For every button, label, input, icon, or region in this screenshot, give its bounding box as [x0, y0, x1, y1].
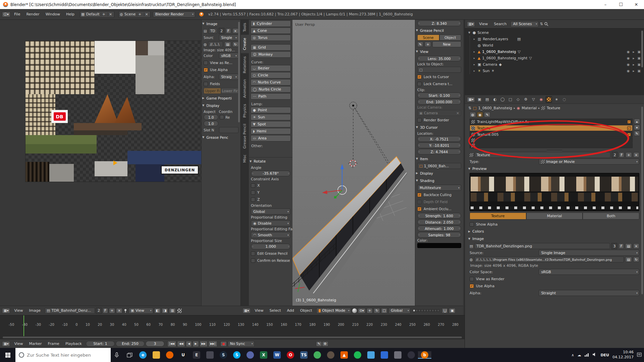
orientation-dropdown[interactable]: Global▾ [251, 208, 290, 215]
render-border-checkbox[interactable] [417, 118, 422, 122]
fields-checkbox[interactable] [204, 82, 208, 86]
menu-item[interactable]: File [11, 12, 23, 16]
expand-icon[interactable]: ▸ [473, 57, 476, 60]
depth-of-field-checkbox[interactable] [417, 200, 422, 204]
z-location-field[interactable]: ‹Z:8.340› [417, 20, 461, 26]
maximize-button[interactable]: ☐ [613, 0, 629, 9]
ao-attenuation-field[interactable]: ‹Attenuati:1.000› [417, 226, 461, 231]
keying-set-icon[interactable]: ✎ [316, 341, 322, 347]
gp-add-icon[interactable]: + [425, 42, 431, 47]
texture-name-field[interactable]: Texture [475, 152, 610, 158]
expand-icon[interactable]: ▸ [473, 50, 476, 53]
local-camera-picker[interactable]: ▣Camera× [417, 110, 461, 116]
image-datablock-field[interactable]: ▤TDR_Bahnhof_Denz... [45, 308, 95, 314]
texture-context-other-button[interactable]: ✎ [484, 112, 490, 117]
cursor-y-field[interactable]: ‹Y:-10.8201› [417, 142, 461, 148]
hide-icon[interactable]: ◉ [627, 69, 630, 73]
prev-keyframe-button[interactable]: ◀◀ [177, 341, 185, 347]
editor-type-icon[interactable]: ▦▾ [243, 308, 251, 313]
outliner-row-sun[interactable]: ▸☀Sun☀ ◉▸▣ [470, 68, 644, 74]
minimize-button[interactable]: – [598, 0, 613, 9]
add-curve-button[interactable]: ⋯Path [251, 93, 291, 100]
aspect-x-field[interactable]: 1.0 [204, 114, 218, 120]
cursor-section-header[interactable]: ▼3D Cursor [416, 124, 463, 131]
taskbar-app-excel[interactable]: X [257, 351, 270, 359]
menu-item[interactable]: Marker [26, 342, 45, 346]
use-alpha-checkbox[interactable]: ✓ [470, 284, 474, 288]
play-button[interactable]: ▶ [193, 341, 199, 347]
users-count-badge[interactable]: 2 [612, 152, 618, 158]
users-count-badge[interactable]: 3 [611, 243, 617, 249]
toolshelf-tab[interactable]: Tools [241, 20, 249, 35]
network-icon[interactable] [584, 353, 589, 358]
view-as-render-checkbox[interactable] [470, 277, 474, 281]
tab-texture[interactable] [545, 96, 552, 103]
expand-icon[interactable]: ▼ [468, 31, 471, 34]
tab-modifiers[interactable]: ⚙ [522, 96, 529, 103]
menu-item[interactable]: Image [26, 308, 44, 313]
taskbar-app-obs[interactable] [405, 351, 418, 359]
viewport-shading-icon[interactable] [352, 308, 357, 313]
edit-grease-pencil-checkbox[interactable] [251, 251, 255, 256]
toolshelf-tab[interactable]: Create [241, 35, 249, 53]
resize-grip[interactable] [547, 150, 562, 151]
next-keyframe-button[interactable]: ▶▶ [200, 341, 208, 347]
sort-icon[interactable]: ⇅ [540, 22, 543, 26]
colorspace-dropdown[interactable]: sRGB▾ [539, 269, 639, 275]
toolshelf-tab[interactable]: Misc [241, 152, 249, 166]
end-frame-field[interactable]: End:250 [116, 341, 145, 347]
snap-magnet-icon[interactable]: ⋃ [442, 308, 448, 313]
tray-expand-icon[interactable]: ∧ [571, 353, 574, 357]
taskbar-app-unreal-engine[interactable]: U [176, 351, 190, 359]
taskbar-app-launcher[interactable] [203, 351, 217, 359]
taskbar-app-notepad[interactable] [391, 351, 405, 359]
render-restrict-icon[interactable]: ▣ [638, 50, 641, 54]
taskbar-search[interactable] [15, 348, 111, 362]
menu-item[interactable]: Object [297, 308, 315, 313]
language-indicator[interactable]: DEU [600, 353, 609, 357]
timeline-playhead[interactable] [23, 315, 24, 336]
cursor-z-field[interactable]: ‹Z:4.7644› [417, 149, 461, 155]
lower-first-toggle[interactable]: Lower Fir [221, 88, 238, 94]
add-lamp-button[interactable]: ▭Area [251, 135, 291, 141]
tab-object-data[interactable]: ▽ [530, 96, 537, 103]
backface-culling-checkbox[interactable]: ✓ [417, 193, 422, 197]
shading-section-header[interactable]: ▼Shading [416, 177, 463, 184]
render-ops-icon[interactable]: ▣ [449, 308, 455, 313]
image-section-header[interactable]: ▼Image [468, 235, 643, 242]
scrollbar[interactable] [641, 107, 643, 294]
menu-item[interactable]: Help [63, 12, 77, 16]
lock-camera-checkbox[interactable] [417, 82, 422, 86]
search-input[interactable] [27, 353, 101, 358]
slot-enabled-checkbox[interactable]: ✓ [627, 126, 631, 130]
texture-slot-empty[interactable] [470, 143, 633, 148]
screen-layout-selector[interactable]: ▦ Default + × [80, 11, 114, 18]
taskbar-app-blender[interactable]: b [418, 351, 431, 359]
tab-constraints[interactable]: ◇ [515, 96, 521, 103]
unlink-button[interactable]: × [116, 308, 122, 313]
tab-render[interactable]: ▣ [476, 96, 483, 103]
tab-physics[interactable]: ◌ [561, 96, 568, 103]
reload-icon[interactable]: ↻ [633, 257, 639, 262]
add-layout-button[interactable]: + [101, 12, 106, 16]
view-as-render-checkbox[interactable] [204, 61, 208, 65]
unlink-button[interactable]: × [633, 152, 639, 158]
slot-enabled-checkbox[interactable]: ✓ [627, 120, 631, 124]
item-section-header[interactable]: ▼Item [416, 155, 463, 162]
taskbar-app-spotify[interactable] [351, 351, 364, 359]
item-name-field[interactable]: □1_0600_Bah... [417, 163, 461, 169]
taskbar-app-teamspeak[interactable]: TS [297, 351, 311, 359]
toolshelf-tab[interactable]: Relations [241, 53, 249, 76]
axis-y-checkbox[interactable] [251, 190, 255, 195]
selectable-icon[interactable]: ▸ [633, 63, 635, 66]
menu-item[interactable]: View [11, 308, 26, 313]
add-primitive-button[interactable]: ◎Torus [251, 35, 291, 41]
hide-icon[interactable]: ◉ [627, 56, 630, 60]
cursor-x-field[interactable]: ‹X:-0.7521› [417, 136, 461, 142]
reload-icon[interactable]: ↻ [232, 42, 238, 47]
grease-pencil-header[interactable]: ▼Grease Pencil [416, 27, 463, 34]
texture-context-world-button[interactable]: ◍ [470, 112, 476, 117]
pivot-point-icon[interactable]: ⊙▾ [358, 308, 366, 313]
record-button[interactable]: ● [220, 341, 227, 347]
add-primitive-button[interactable]: ▮Cylinder [251, 20, 291, 27]
